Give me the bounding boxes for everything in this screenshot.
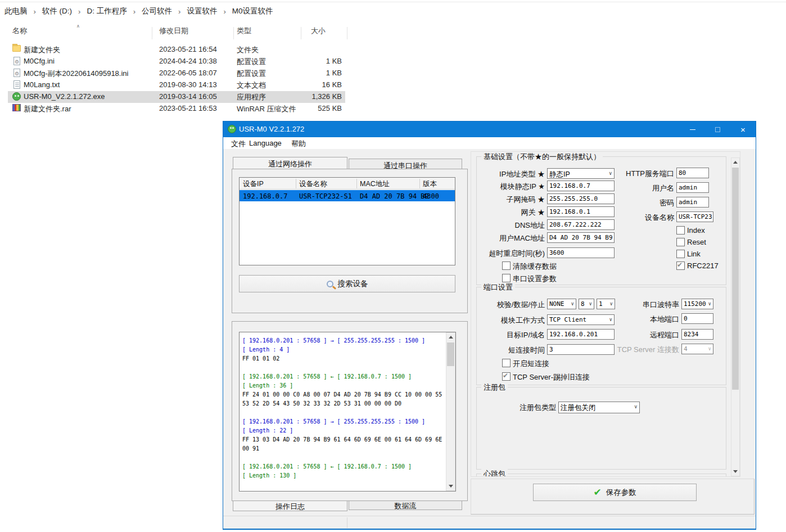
log-scrollbar[interactable] [446, 332, 455, 491]
operation-log-textarea[interactable]: [ 192.168.0.201 : 57658 ] → [ 255.255.25… [239, 332, 456, 492]
checkmark-icon: ✔ [593, 488, 601, 497]
title-bar[interactable]: USR-M0 V2.2.1.272 × [223, 121, 756, 137]
column-divider[interactable] [233, 27, 234, 39]
column-divider[interactable] [347, 27, 347, 39]
device-list-header: 设备IP 设备名称 MAC地址 版本 [240, 178, 455, 190]
settings-scrollbar[interactable] [731, 157, 740, 476]
menu-bar: 文件 Language 帮助 [223, 137, 756, 149]
file-name: M0Lang.txt [24, 80, 60, 89]
menu-language[interactable]: Language [249, 139, 282, 147]
clear-cache-checkbox[interactable]: 清除缓存数据 [502, 262, 557, 272]
log-line: [ Length : 22 ] [242, 426, 445, 435]
target-ip-input[interactable]: 192.168.0.201 [547, 329, 615, 340]
enable-short-conn-checkbox[interactable]: 开启短连接 [502, 359, 549, 369]
user-mac-label: 用户MAC地址 [477, 233, 545, 244]
version-header[interactable]: 版本 [419, 179, 437, 189]
group-title: 端口设置 [481, 282, 515, 292]
breadcrumb-work-programs[interactable]: D: 工作程序 [87, 6, 127, 16]
scroll-down-icon[interactable] [446, 482, 455, 490]
username-input[interactable]: admin [676, 182, 709, 193]
log-scrollbar-thumb[interactable] [447, 342, 454, 366]
tab-operation-log[interactable]: 操作日志 [233, 501, 347, 511]
device-list[interactable]: 设备IP 设备名称 MAC地址 版本 192.168.0.7 USR-TCP23… [239, 177, 455, 265]
file-row-selected[interactable]: USR-M0_V2.2.1.272.exe 2019-03-14 16:05 应… [8, 91, 345, 103]
subnet-mask-label: 子网掩码 ★ [477, 195, 545, 205]
device-name-header[interactable]: 设备名称 [296, 179, 327, 189]
column-header-date[interactable]: 修改日期 [159, 26, 188, 40]
reg-packet-type-select[interactable]: 注册包关闭 [558, 402, 640, 413]
save-params-button[interactable]: ✔ 保存参数 [533, 484, 697, 501]
basic-settings-group: 基础设置（不带★的一般保持默认） IP地址类型 ★ 静态IP 模块静态IP ★ … [476, 156, 726, 285]
link-checkbox[interactable]: Link [676, 250, 701, 258]
password-input[interactable]: admin [676, 197, 709, 208]
kick-old-conn-checkbox[interactable]: TCP Server-踢掉旧连接 [502, 372, 590, 382]
tab-serial-operation[interactable]: 通过串口操作 [349, 159, 462, 169]
device-name: USR-TCP232-S1 [296, 192, 352, 200]
file-date: 2023-05-21 16:53 [159, 104, 217, 112]
local-port-input[interactable]: 0 [681, 313, 713, 324]
column-header-type[interactable]: 类型 [237, 26, 251, 40]
menu-file[interactable]: 文件 [231, 139, 246, 149]
status-divider [347, 517, 347, 528]
remote-port-input[interactable]: 8234 [681, 329, 713, 340]
maximize-button[interactable] [705, 121, 730, 137]
device-name-input[interactable]: USR-TCP23 [676, 211, 713, 222]
device-ip-header[interactable]: 设备IP [240, 179, 264, 189]
close-button[interactable]: × [730, 121, 756, 137]
group-title: 基础设置（不带★的一般保持默认） [481, 152, 603, 162]
save-panel: ✔ 保存参数 [471, 479, 755, 515]
group-title: 心跳包 [481, 469, 508, 477]
work-mode-select[interactable]: TCP Client [547, 314, 615, 325]
top-divider [0, 2, 786, 2]
breadcrumb-company-software[interactable]: 公司软件 [142, 6, 172, 16]
menu-help[interactable]: 帮助 [291, 139, 306, 149]
column-divider [419, 179, 420, 188]
tab-data-stream[interactable]: 数据流 [349, 501, 462, 510]
data-bits-value: 8 [581, 300, 585, 308]
file-row[interactable]: M0Lang.txt 2019-08-30 14:13 文本文档 16 KB [8, 79, 345, 91]
tab-network-operation[interactable]: 通过网络操作 [233, 157, 347, 169]
column-header-name[interactable]: 名称 [12, 26, 27, 40]
column-divider[interactable] [152, 27, 152, 39]
file-row[interactable]: M0Cfg.ini 2024-04-24 10:38 配置设置 1 KB [8, 56, 345, 67]
baud-rate-value: 115200 [684, 300, 706, 308]
baud-rate-select[interactable]: 115200 [681, 299, 713, 309]
parity-select[interactable]: NONE [547, 299, 576, 309]
port-settings-group: 端口设置 校验/数据/停止 NONE 8 1 串口波特率 115200 模块工作… [476, 287, 726, 385]
chevron-right-icon: › [223, 7, 225, 16]
scroll-down-icon[interactable] [731, 467, 739, 476]
tab-label: 操作日志 [275, 501, 305, 512]
search-device-button[interactable]: 搜索设备 [239, 275, 455, 292]
breadcrumb-this-pc[interactable]: 此电脑 [4, 6, 28, 16]
timeout-restart-input[interactable]: 3600 [547, 247, 615, 258]
index-checkbox[interactable]: Index [676, 226, 705, 235]
file-date: 2019-08-30 14:13 [159, 80, 217, 89]
mac-address-header[interactable]: MAC地址 [356, 179, 390, 189]
breadcrumb-drive-d[interactable]: 软件 (D:) [42, 6, 72, 16]
file-row[interactable]: M0Cfg-副本20220614095918.ini 2022-06-05 18… [8, 67, 345, 79]
log-line: 00 91 [242, 444, 445, 453]
settings-scrollbar-thumb[interactable] [732, 168, 739, 390]
reset-checkbox[interactable]: Reset [676, 238, 706, 246]
column-divider[interactable] [301, 27, 301, 39]
file-row[interactable]: 新建文件夹 2023-05-21 16:54 文件夹 [8, 44, 345, 56]
http-port-input[interactable]: 80 [676, 168, 709, 178]
close-icon: × [740, 125, 746, 134]
user-mac-input[interactable]: D4 AD 20 7B 94 B9 [547, 232, 615, 243]
minimize-button[interactable] [680, 121, 705, 137]
data-bits-select[interactable]: 8 [579, 299, 594, 309]
scroll-up-icon[interactable] [731, 158, 739, 166]
breadcrumb-m0-settings[interactable]: M0设置软件 [232, 6, 273, 16]
tcp-server-conn-label: TCP Server 连接数 [589, 345, 679, 355]
device-row-selected[interactable]: 192.168.0.7 USR-TCP232-S1 D4 AD 20 7B 94… [240, 190, 455, 201]
search-icon [327, 281, 333, 287]
scroll-up-icon[interactable] [446, 333, 455, 341]
static-ip-label: 模块静态IP ★ [477, 182, 545, 192]
column-header-size[interactable]: 大小 [311, 26, 326, 40]
registration-packet-group: 注册包 注册包类型 注册包关闭 [476, 387, 726, 470]
file-row[interactable]: 新建文件夹.rar 2023-05-21 16:53 WinRAR 压缩文件 5… [8, 103, 345, 115]
file-date: 2022-06-05 18:07 [159, 69, 217, 77]
reg-packet-type-value: 注册包关闭 [561, 404, 596, 412]
breadcrumb-settings-software[interactable]: 设置软件 [187, 6, 217, 16]
rfc2217-checkbox[interactable]: RFC2217 [676, 262, 719, 270]
